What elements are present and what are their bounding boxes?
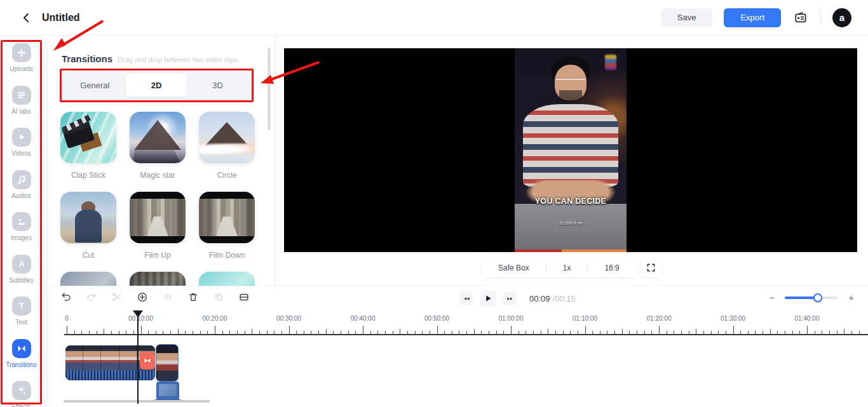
ruler-tick — [341, 331, 341, 334]
tab-general[interactable]: General — [64, 74, 126, 97]
video-clip-2[interactable] — [156, 344, 179, 382]
playhead[interactable] — [137, 311, 139, 404]
transition-card[interactable]: Film Down — [199, 192, 255, 260]
audio-waveform — [65, 370, 155, 380]
video-canvas[interactable]: YOU CAN DECIDE 60 दिनों में तय — [284, 48, 857, 252]
transition-card[interactable]: Film Up — [130, 192, 186, 260]
zoom-slider-thumb[interactable] — [813, 293, 822, 302]
ruler-tick — [511, 326, 512, 334]
sidebar-item-subtitles[interactable]: ASubtitles — [0, 250, 43, 292]
panel-scrollbar[interactable] — [268, 48, 271, 130]
ruler-label: 01:40:00 — [795, 315, 820, 322]
current-time: 00:09 — [529, 294, 550, 304]
ruler-label: 01:10:00 — [573, 315, 597, 322]
zoom-out-button[interactable]: − — [769, 293, 775, 302]
sidebar-item-uploads[interactable]: Uploads — [0, 38, 43, 81]
transition-card[interactable] — [130, 272, 186, 286]
ai-icon — [12, 86, 31, 105]
sidebar-item-videos[interactable]: Videos — [0, 123, 43, 165]
ruler-tick — [126, 331, 126, 334]
aspect-ratio-button[interactable]: 16:9 — [588, 264, 635, 272]
export-button[interactable]: Export — [724, 8, 781, 27]
ruler-tick — [377, 331, 378, 334]
sidebar-item-images[interactable]: Images — [0, 207, 43, 250]
play-icon — [484, 294, 492, 303]
ruler-tick — [607, 331, 607, 334]
timeline-ruler[interactable]: 000:10:0000:20:0000:30:0000:40:0000:50:0… — [43, 315, 868, 335]
transition-card[interactable]: Magic star — [130, 112, 186, 180]
clip-thumb — [119, 345, 137, 370]
zoom-slider[interactable] — [785, 297, 838, 299]
subtitle-icon: A — [12, 255, 31, 274]
transition-marker[interactable] — [140, 352, 155, 370]
tab-3d[interactable]: 3D — [187, 74, 248, 97]
ruler-tick — [289, 326, 290, 334]
ruler-tick — [851, 331, 852, 334]
ruler-tick — [178, 329, 179, 334]
sidebar-item-effects[interactable]: Effects — [0, 376, 43, 407]
ruler-tick — [541, 331, 541, 334]
ruler-tick — [348, 331, 349, 334]
ruler-tick — [97, 331, 97, 334]
ruler-tick — [363, 326, 363, 334]
tracks-button[interactable] — [238, 291, 250, 303]
ruler-label: 01:30:00 — [721, 315, 745, 322]
ruler-tick — [526, 331, 526, 334]
letterbox-bar — [130, 236, 186, 243]
undo-button[interactable] — [60, 291, 72, 303]
fullscreen-button[interactable] — [641, 258, 661, 277]
sidebar-item-text[interactable]: TText — [0, 291, 43, 334]
sidebar-item-label: Text — [15, 319, 27, 326]
music-icon — [12, 170, 31, 189]
back-button[interactable] — [19, 10, 34, 25]
next-frame-button[interactable] — [503, 291, 517, 305]
previous-frame-button[interactable] — [459, 291, 473, 305]
zoom-in-button[interactable]: + — [848, 293, 854, 302]
play-button[interactable] — [480, 290, 496, 307]
ruler-tick — [585, 326, 586, 334]
ruler-tick — [193, 331, 193, 334]
plus-icon — [12, 43, 31, 62]
ruler-tick — [733, 326, 734, 334]
transition-grid: Clap StickMagic starCircleCutFilm UpFilm… — [60, 112, 270, 286]
timeline-horizontal-scrollbar[interactable] — [64, 400, 210, 403]
sidebar-item-ai-labs[interactable]: AI labs — [0, 81, 43, 123]
ruler-tick — [141, 326, 142, 334]
ruler-tick — [829, 331, 830, 334]
transition-card[interactable]: Cut — [60, 192, 116, 260]
ruler-tick — [133, 331, 134, 334]
transition-card[interactable]: Clap Stick — [60, 112, 116, 180]
ruler-tick — [400, 329, 400, 334]
transition-card[interactable]: Circle — [199, 112, 255, 180]
tab-2d[interactable]: 2D — [126, 74, 187, 97]
ruler-tick — [629, 331, 630, 334]
ruler-tick — [563, 331, 564, 334]
save-button[interactable]: Save — [661, 8, 713, 27]
play-icon — [12, 128, 31, 147]
split-icon — [162, 291, 173, 303]
trash-button[interactable] — [187, 291, 199, 303]
sidebar-item-transitions[interactable]: Transitions — [0, 334, 43, 377]
ruler-tick — [296, 331, 297, 334]
ruler-tick — [170, 331, 171, 334]
avatar[interactable]: a — [832, 8, 851, 27]
ruler-tick — [407, 331, 408, 334]
time-display: 00:09/00:15 — [529, 294, 576, 304]
transition-icon — [12, 339, 31, 358]
ruler-tick — [393, 331, 393, 334]
sidebar-item-audios[interactable]: Audios — [0, 165, 43, 208]
overlay-clip[interactable] — [156, 382, 179, 400]
ruler-tick — [489, 331, 489, 334]
ruler-tick — [659, 326, 660, 334]
clip-thumb — [83, 345, 101, 370]
transition-card[interactable] — [60, 272, 116, 286]
ruler-tick — [777, 331, 778, 334]
safe-box-button[interactable]: Safe Box — [482, 264, 546, 272]
transition-card[interactable] — [199, 272, 255, 286]
transition-label: Magic star — [140, 171, 175, 180]
playback-speed-button[interactable]: 1x — [546, 264, 588, 272]
crop-button[interactable] — [137, 291, 148, 303]
scissors-icon — [111, 291, 123, 303]
ruler-tick — [681, 331, 682, 334]
shortcuts-button[interactable] — [792, 10, 809, 26]
